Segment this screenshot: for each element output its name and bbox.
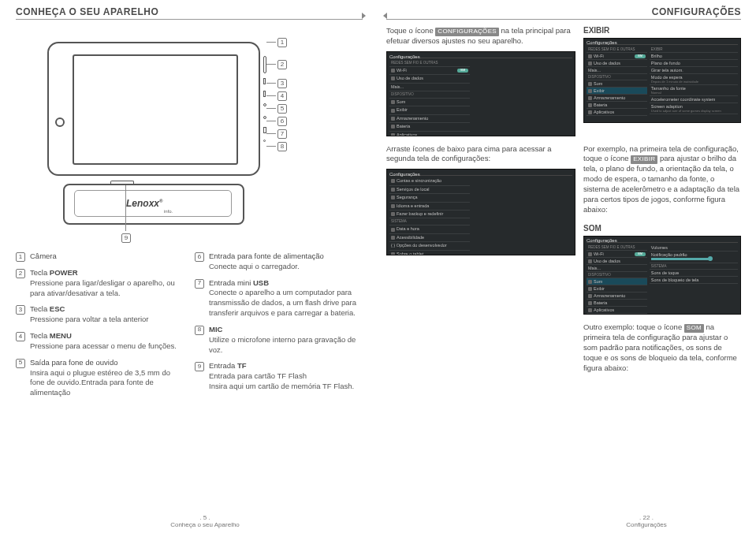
exibir-block: EXIBIR Configurações REDES SEM FIO E OUT… [583, 26, 741, 136]
screenshot-settings-2: Configurações Contas e sincronização Ser… [386, 169, 575, 255]
legend-item-2: 2 Tecla POWERPressione para ligar/deslig… [16, 268, 184, 298]
legend-item-5: 5 Saída para fone de ouvidoInsira aqui o… [16, 358, 184, 398]
callout-4: 4 [277, 91, 287, 101]
brand-sub: info. [164, 209, 173, 214]
legend-item-8: 8 MICUtilize o microfone interno para gr… [195, 325, 363, 355]
device-outline [47, 42, 260, 176]
callout-3: 3 [277, 78, 287, 88]
callout-5: 5 [277, 103, 287, 114]
legend-item-6: 6 Entrada para fonte de alimentaçãoConec… [195, 252, 363, 272]
left-header: CONHEÇA O SEU APARELHO [16, 6, 363, 20]
legend: 1 Câmera 2 Tecla POWERPressione para lig… [16, 252, 363, 404]
legend-col-right: 6 Entrada para fonte de alimentaçãoConec… [195, 252, 363, 404]
legend-item-4: 4 Tecla MENUPressione para acessar o men… [16, 331, 184, 352]
device-diagram: 1 2 3 4 5 6 7 8 Lenoxx® info. 9 [47, 26, 300, 247]
som-text: Outro exemplo: toque o ícone SOM na prim… [583, 322, 741, 373]
legend-item-1: 1 Câmera [16, 252, 184, 262]
side-port [263, 127, 266, 133]
intro-row: Toque o ícone CONFIGURAÇÕES na tela prin… [386, 26, 741, 136]
legend-item-9: 9 Entrada TFEntrada para cartão TF Flash… [195, 361, 363, 391]
scroll-text-block: Arraste ícones de baixo para cima para a… [386, 144, 575, 315]
device-front-view: Lenoxx® info. 9 [63, 184, 244, 234]
exibir-text-block: Por exemplo, na primeira tela de configu… [583, 144, 741, 315]
footer-left: . 5 . Conheça o seu Aparelho [158, 514, 252, 528]
intro-text: Toque o ícone CONFIGURAÇÕES na tela prin… [386, 26, 575, 136]
row-3: Outro exemplo: toque o ícone SOM na prim… [386, 322, 741, 373]
camera-icon [55, 117, 65, 127]
legend-item-3: 3 Tecla ESCPressione para voltar a tela … [16, 304, 184, 325]
screenshot-settings-1: Configurações REDES SEM FIO E OUTRAS Wi-… [386, 51, 575, 136]
left-page: CONHEÇA O SEU APARELHO 1 2 3 4 5 6 7 8 [16, 6, 363, 404]
legend-item-7: 7 Entrada mini USBConecte o aparelho a u… [195, 278, 363, 319]
callout-8: 8 [277, 141, 287, 151]
side-port [263, 103, 266, 106]
side-button [263, 78, 266, 84]
screenshot-som: Configurações REDES SEM FIO E OUTRAS Wi-… [583, 236, 741, 315]
side-button [263, 91, 266, 97]
side-button-power [263, 56, 266, 73]
right-header: CONFIGURAÇÕES [386, 6, 741, 20]
side-port [263, 116, 266, 119]
chip-configuracoes: CONFIGURAÇÕES [435, 28, 499, 36]
chip-som: SOM [684, 324, 704, 333]
chip-exibir: EXIBIR [631, 155, 657, 164]
callout-7: 7 [277, 129, 287, 139]
callout-1: 1 [277, 37, 287, 47]
brand-logo: Lenoxx® [126, 198, 162, 209]
callout-2: 2 [277, 59, 287, 69]
device-screen [73, 54, 238, 165]
screenshot-exibir: Configurações REDES SEM FIO E OUTRAS Wi-… [583, 38, 741, 123]
right-page: CONFIGURAÇÕES Toque o ícone CONFIGURAÇÕE… [386, 6, 741, 381]
side-mic [263, 140, 266, 142]
exibir-head: EXIBIR [583, 26, 741, 35]
row-2: Arraste ícones de baixo para cima para a… [386, 144, 741, 315]
callout-9: 9 [121, 233, 131, 243]
callout-6: 6 [277, 116, 287, 126]
legend-col-left: 1 Câmera 2 Tecla POWERPressione para lig… [16, 252, 184, 404]
footer-right: . 22 . Configurações [599, 514, 694, 528]
som-head: SOM [583, 224, 741, 233]
